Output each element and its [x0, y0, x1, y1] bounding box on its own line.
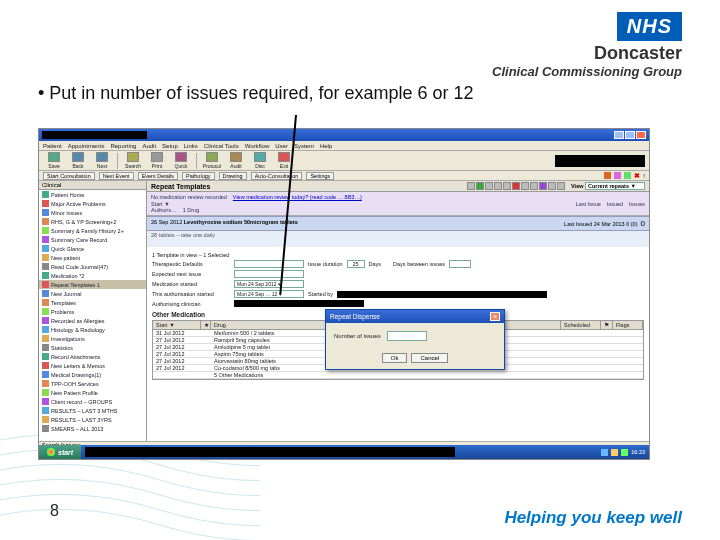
page-number: 8: [50, 502, 59, 520]
sidebar-item[interactable]: Summary & Family History 2+: [39, 226, 146, 235]
header-icons[interactable]: [467, 182, 565, 190]
sidebar-item[interactable]: Statistics: [39, 343, 146, 352]
sidebar-item[interactable]: Quick Glance: [39, 244, 146, 253]
close-icon[interactable]: ✖: [634, 172, 640, 180]
sidebar[interactable]: Clinical Patient HomeMajor Active Proble…: [39, 181, 147, 441]
sidebar-item[interactable]: Templates: [39, 298, 146, 307]
sub-toolbar[interactable]: Start ConsultationNext Event Event Detai…: [39, 171, 649, 181]
sidebar-item[interactable]: Repeat Templates 1: [39, 280, 146, 289]
view-dropdown[interactable]: Current repeats ▼: [585, 182, 645, 190]
sidebar-item[interactable]: Medical Drawings(1): [39, 370, 146, 379]
repeat-templates-header: Repeat Templates View Current repeats ▼: [147, 181, 649, 192]
dialog-close-icon[interactable]: ×: [490, 312, 500, 321]
nhs-logo: NHS Doncaster Clinical Commissioning Gro…: [492, 12, 682, 79]
issues-input[interactable]: [387, 331, 427, 341]
sidebar-item[interactable]: Minor Issues: [39, 208, 146, 217]
sidebar-item[interactable]: Major Active Problems: [39, 199, 146, 208]
sidebar-item[interactable]: Record Attachments: [39, 352, 146, 361]
menubar[interactable]: PatientAppointmentsReporting AuditSetupL…: [39, 141, 649, 151]
sidebar-item[interactable]: RESULTS – LAST 3YRS: [39, 415, 146, 424]
sidebar-item[interactable]: Patient Home: [39, 190, 146, 199]
sidebar-item[interactable]: Summary Care Record: [39, 235, 146, 244]
sidebar-item[interactable]: Client record – GROUPS: [39, 397, 146, 406]
cancel-button[interactable]: Cancel: [411, 353, 448, 363]
sidebar-item[interactable]: Problems: [39, 307, 146, 316]
taskbar[interactable]: start 16:23: [39, 445, 649, 459]
ok-button[interactable]: Ok: [382, 353, 408, 363]
sidebar-item[interactable]: Recorded as Allergies: [39, 316, 146, 325]
bullet-text: Put in number of issues required, for ex…: [38, 83, 682, 104]
window-buttons[interactable]: [613, 131, 646, 140]
sidebar-item[interactable]: Investigations: [39, 334, 146, 343]
sidebar-item[interactable]: RHS, G & YP Screening+2: [39, 217, 146, 226]
sidebar-item[interactable]: New Journal: [39, 289, 146, 298]
date-picker-2[interactable]: Mon 24 Sep … 12 ▾: [234, 290, 304, 298]
main-panel: Repeat Templates View Current repeats ▼ …: [147, 181, 649, 441]
sidebar-item[interactable]: Histology & Radiology: [39, 325, 146, 334]
app-window: PatientAppointmentsReporting AuditSetupL…: [38, 128, 650, 460]
table-row[interactable]: 5 Other Medications: [153, 372, 643, 379]
main-toolbar[interactable]: Save Back Next Search Print Quick Protoc…: [39, 151, 649, 171]
date-picker[interactable]: Mon 24 Sep 2012 ▾: [234, 280, 304, 288]
titlebar: [39, 129, 649, 141]
med-review-link[interactable]: View medication review today? (read code…: [233, 194, 362, 200]
sidebar-item[interactable]: Medication *2: [39, 271, 146, 280]
sidebar-item[interactable]: New Patient Profile: [39, 388, 146, 397]
drug-row[interactable]: 26 Sep 2012 Levothyroxine sodium 50micro…: [147, 216, 649, 231]
start-button[interactable]: start: [39, 445, 81, 459]
sidebar-item[interactable]: TPP-OOH Services: [39, 379, 146, 388]
sidebar-item[interactable]: New patient: [39, 253, 146, 262]
sidebar-item[interactable]: Read Code Journal(47): [39, 262, 146, 271]
issues-label: Number of issues: [334, 333, 381, 339]
sidebar-item[interactable]: SMEARS – ALL 2013: [39, 424, 146, 433]
strapline: Helping you keep well: [504, 508, 682, 528]
repeat-dispense-dialog: Repeat Dispense× Number of issues Ok Can…: [325, 309, 505, 370]
sidebar-item[interactable]: New Letters & Memos: [39, 361, 146, 370]
sidebar-item[interactable]: RESULTS – LAST 3 MTHS: [39, 406, 146, 415]
